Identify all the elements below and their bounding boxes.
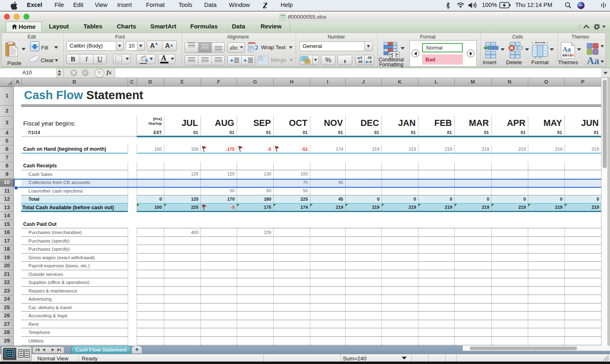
svg-text:Aa: Aa xyxy=(562,46,571,53)
